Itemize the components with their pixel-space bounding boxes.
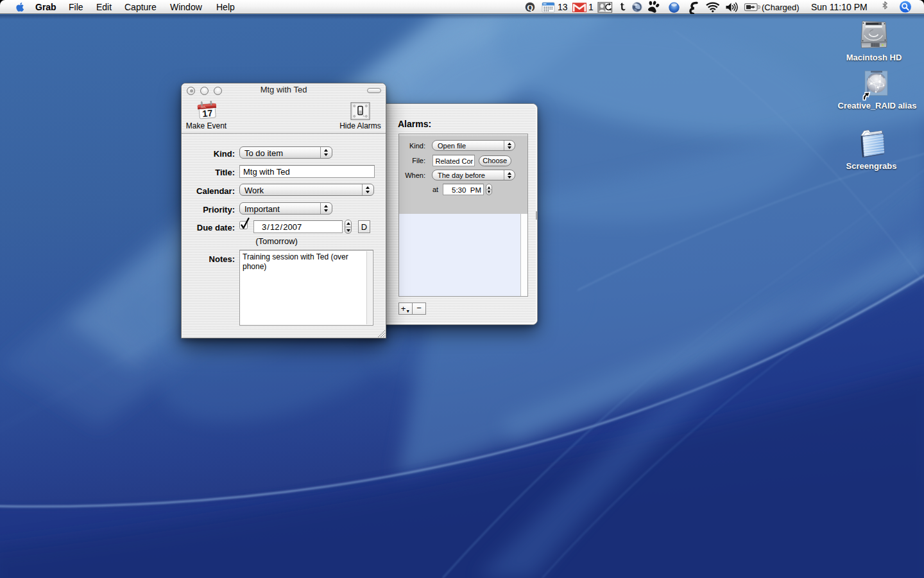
- svg-text:17: 17: [202, 108, 213, 119]
- svg-text:Q: Q: [527, 3, 533, 12]
